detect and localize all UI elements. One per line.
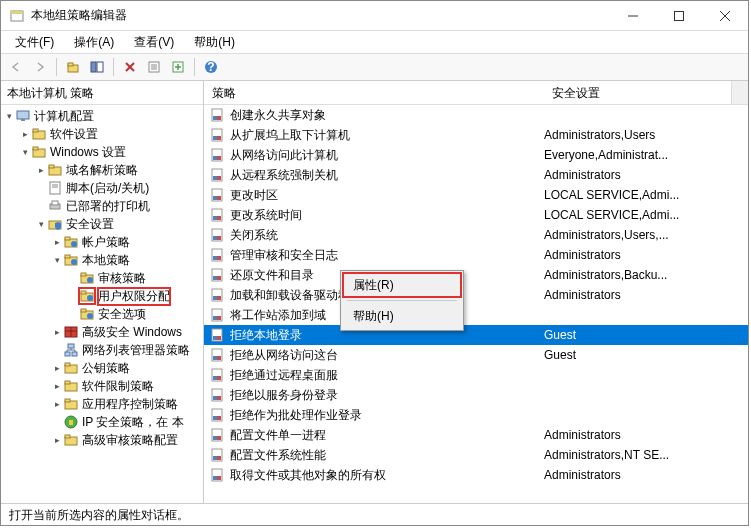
- tree-node[interactable]: 审核策略: [1, 269, 203, 287]
- tree-node[interactable]: 安全选项: [1, 305, 203, 323]
- policy-row[interactable]: 拒绝以服务身份登录: [204, 385, 748, 405]
- properties-button[interactable]: [143, 56, 165, 78]
- policy-row[interactable]: 取得文件或其他对象的所有权Administrators: [204, 465, 748, 485]
- back-button[interactable]: [5, 56, 27, 78]
- expand-icon[interactable]: ▾: [35, 219, 47, 229]
- ctx-help[interactable]: 帮助(H): [343, 304, 461, 328]
- maximize-button[interactable]: [656, 1, 702, 31]
- svg-rect-40: [81, 273, 86, 276]
- policy-icon: [210, 367, 226, 383]
- policy-row[interactable]: 从扩展坞上取下计算机Administrators,Users: [204, 125, 748, 145]
- menu-view[interactable]: 查看(V): [126, 32, 182, 53]
- expand-icon[interactable]: ▾: [19, 147, 31, 157]
- svg-rect-121: [217, 456, 221, 460]
- policy-row[interactable]: 配置文件单一进程Administrators: [204, 425, 748, 445]
- expand-icon[interactable]: ▸: [51, 363, 63, 373]
- svg-rect-105: [213, 356, 217, 360]
- tree-node[interactable]: ▾本地策略: [1, 251, 203, 269]
- tree-node[interactable]: ▸高级安全 Windows: [1, 323, 203, 341]
- tree-node[interactable]: ▸软件设置: [1, 125, 203, 143]
- menu-help[interactable]: 帮助(H): [186, 32, 243, 53]
- delete-button[interactable]: [119, 56, 141, 78]
- expand-icon[interactable]: ▾: [51, 255, 63, 265]
- close-button[interactable]: [702, 1, 748, 31]
- expand-icon[interactable]: ▸: [19, 129, 31, 139]
- svg-rect-78: [213, 176, 217, 180]
- svg-rect-43: [81, 291, 86, 294]
- tree-node[interactable]: ▸帐户策略: [1, 233, 203, 251]
- svg-rect-97: [217, 296, 221, 300]
- tree-node[interactable]: 脚本(启动/关机): [1, 179, 203, 197]
- tree-node[interactable]: ▸应用程序控制策略: [1, 395, 203, 413]
- up-button[interactable]: [62, 56, 84, 78]
- svg-text:?: ?: [207, 60, 214, 74]
- list-panel: 策略 安全设置 创建永久共享对象从扩展坞上取下计算机Administrators…: [204, 81, 748, 503]
- policy-row[interactable]: 拒绝从网络访问这台Guest: [204, 345, 748, 365]
- expand-icon[interactable]: ▾: [3, 111, 15, 121]
- expand-icon[interactable]: ▸: [51, 435, 63, 445]
- tree-node[interactable]: ▸软件限制策略: [1, 377, 203, 395]
- policy-row[interactable]: 还原文件和目录Administrators,Backu...: [204, 265, 748, 285]
- tree-node[interactable]: 用户权限分配: [1, 287, 203, 305]
- expand-icon[interactable]: ▸: [51, 237, 63, 247]
- expand-icon[interactable]: ▸: [35, 165, 47, 175]
- show-hide-button[interactable]: [86, 56, 108, 78]
- svg-rect-96: [213, 296, 217, 300]
- menu-file[interactable]: 文件(F): [7, 32, 62, 53]
- tree-node[interactable]: IP 安全策略，在 本: [1, 413, 203, 431]
- folder-icon: [63, 396, 79, 412]
- policy-row[interactable]: 从远程系统强制关机Administrators: [204, 165, 748, 185]
- ctx-properties[interactable]: 属性(R): [343, 273, 461, 297]
- tree-node[interactable]: ▾安全设置: [1, 215, 203, 233]
- column-policy[interactable]: 策略: [204, 81, 544, 104]
- tree-node[interactable]: ▾计算机配置: [1, 107, 203, 125]
- column-setting[interactable]: 安全设置: [544, 81, 731, 104]
- tree-node[interactable]: ▾Windows 设置: [1, 143, 203, 161]
- export-button[interactable]: [167, 56, 189, 78]
- tree-node[interactable]: ▸域名解析策略: [1, 161, 203, 179]
- policy-row[interactable]: 更改系统时间LOCAL SERVICE,Admi...: [204, 205, 748, 225]
- policy-row[interactable]: 创建永久共享对象: [204, 105, 748, 125]
- policy-icon: [210, 247, 226, 263]
- svg-rect-24: [33, 147, 38, 150]
- svg-rect-31: [52, 201, 58, 205]
- policy-row[interactable]: 加载和卸载设备驱动程序Administrators: [204, 285, 748, 305]
- policy-row[interactable]: 管理审核和安全日志Administrators: [204, 245, 748, 265]
- policy-row[interactable]: 关闭系统Administrators,Users,...: [204, 225, 748, 245]
- policy-list[interactable]: 创建永久共享对象从扩展坞上取下计算机Administrators,Users从网…: [204, 105, 748, 503]
- expand-icon[interactable]: ▸: [51, 381, 63, 391]
- tree-node[interactable]: ▸高级审核策略配置: [1, 431, 203, 449]
- policy-row[interactable]: 配置文件系统性能Administrators,NT SE...: [204, 445, 748, 465]
- tree-node[interactable]: 已部署的打印机: [1, 197, 203, 215]
- separator: [347, 300, 457, 301]
- policy-value: Administrators: [544, 248, 748, 262]
- policy-name: 更改时区: [230, 187, 544, 204]
- tree-label: 计算机配置: [34, 108, 94, 125]
- context-menu: 属性(R) 帮助(H): [340, 270, 464, 331]
- minimize-button[interactable]: [610, 1, 656, 31]
- expand-icon[interactable]: ▸: [51, 399, 63, 409]
- policy-value: Administrators,Users,...: [544, 228, 748, 242]
- menubar: 文件(F) 操作(A) 查看(V) 帮助(H): [1, 31, 748, 53]
- policy-row[interactable]: 拒绝本地登录Guest: [204, 325, 748, 345]
- help-button[interactable]: ?: [200, 56, 222, 78]
- policy-row[interactable]: 将工作站添加到域: [204, 305, 748, 325]
- folder-icon: [63, 360, 79, 376]
- policy-row[interactable]: 拒绝作为批处理作业登录: [204, 405, 748, 425]
- folder-icon: [31, 144, 47, 160]
- policy-row[interactable]: 更改时区LOCAL SERVICE,Admi...: [204, 185, 748, 205]
- svg-rect-70: [217, 116, 221, 120]
- policy-value: Guest: [544, 348, 748, 362]
- forward-button[interactable]: [29, 56, 51, 78]
- expand-icon[interactable]: ▸: [51, 327, 63, 337]
- policy-row[interactable]: 拒绝通过远程桌面服: [204, 365, 748, 385]
- svg-point-38: [71, 259, 77, 265]
- policy-row[interactable]: 从网络访问此计算机Everyone,Administrat...: [204, 145, 748, 165]
- tree-view[interactable]: ▾计算机配置▸软件设置▾Windows 设置▸域名解析策略脚本(启动/关机)已部…: [1, 105, 203, 503]
- menu-action[interactable]: 操作(A): [66, 32, 122, 53]
- tree-node[interactable]: ▸公钥策略: [1, 359, 203, 377]
- tree-label: 安全选项: [98, 306, 146, 323]
- svg-point-47: [87, 313, 93, 319]
- svg-rect-112: [217, 396, 221, 400]
- tree-node[interactable]: 网络列表管理器策略: [1, 341, 203, 359]
